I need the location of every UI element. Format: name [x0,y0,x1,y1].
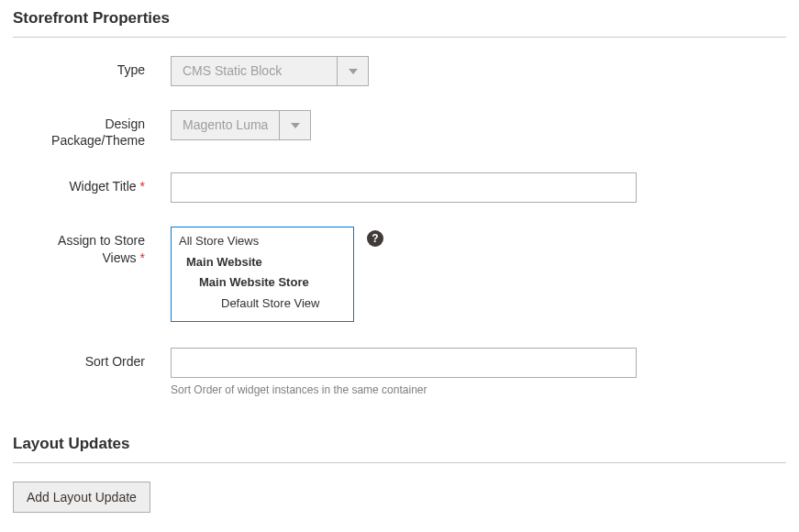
section-title-storefront: Storefront Properties [13,7,786,38]
store-views-select[interactable]: All Store Views Main Website Main Websit… [171,227,354,322]
chevron-down-icon [337,57,368,85]
store-option[interactable]: All Store Views [172,231,353,252]
label-theme: Design Package/Theme [13,110,171,149]
type-select-value: CMS Static Block [172,57,337,85]
row-widget-title: Widget Title* [13,172,786,203]
row-type: Type CMS Static Block [13,56,786,86]
required-marker: * [140,250,145,265]
theme-select-value: Magento Luma [172,111,279,139]
store-option[interactable]: Main Website [172,252,353,273]
widget-title-input[interactable] [171,172,637,203]
store-option[interactable]: Default Store View [172,294,353,315]
type-select: CMS Static Block [171,56,369,86]
sort-order-note: Sort Order of widget instances in the sa… [171,383,786,396]
chevron-down-icon [279,111,310,139]
store-option[interactable]: Main Website Store [172,272,353,294]
row-theme: Design Package/Theme Magento Luma [13,110,786,149]
row-sort-order: Sort Order Sort Order of widget instance… [13,348,786,396]
row-store-views: Assign to Store Views* All Store Views M… [13,227,786,322]
label-widget-title: Widget Title* [13,172,171,194]
label-store-views: Assign to Store Views* [13,227,171,265]
add-layout-update-button[interactable]: Add Layout Update [13,482,150,513]
label-sort-order: Sort Order [13,348,171,370]
required-marker: * [140,179,145,194]
help-icon[interactable]: ? [367,230,383,247]
label-type: Type [13,56,171,78]
sort-order-input[interactable] [171,348,637,378]
section-title-layout: Layout Updates [13,433,786,463]
theme-select: Magento Luma [171,110,311,140]
